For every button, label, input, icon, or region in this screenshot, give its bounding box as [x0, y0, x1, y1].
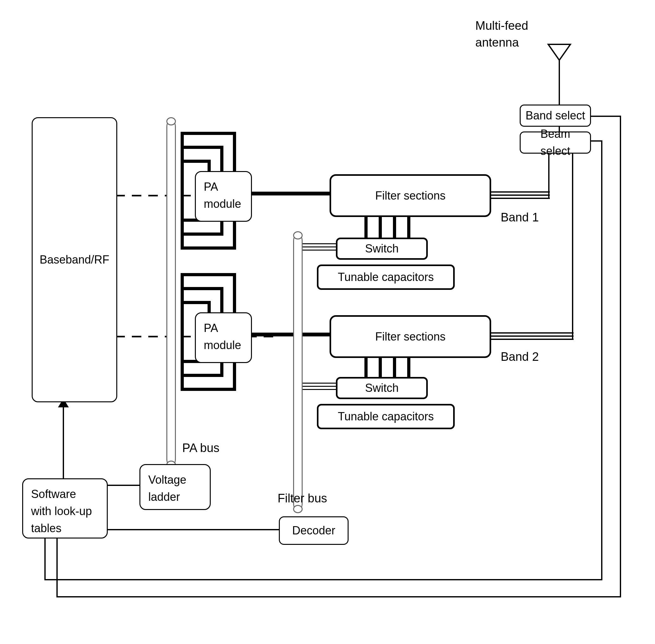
pa-to-filter-wire — [250, 332, 333, 337]
tunable-caps-1-label: Tunable capacitors — [338, 269, 434, 286]
filter-bus — [293, 234, 302, 510]
software-label: Software with look-up tables — [31, 486, 99, 537]
band2-line — [488, 336, 573, 337]
pa-wire — [220, 287, 223, 316]
tunable-caps-2-block: Tunable capacitors — [317, 404, 455, 429]
switch-2-block: Switch — [336, 377, 428, 399]
sw-decoder-line — [105, 529, 280, 530]
filter-sections-1-label: Filter sections — [375, 187, 446, 204]
switch-1-block: Switch — [336, 237, 428, 260]
pa-module-2-label: PA module — [204, 320, 243, 354]
multi-feed-antenna-label: Multi-feed antenna — [475, 18, 570, 51]
tunable-caps-1-block: Tunable capacitors — [317, 264, 455, 290]
antenna-line — [559, 71, 560, 106]
software-block: Software with look-up tables — [22, 478, 108, 538]
pa-module-1-label: PA module — [204, 178, 243, 212]
voltage-ladder-block: Voltage ladder — [139, 464, 211, 510]
filter-sections-1-block: Filter sections — [330, 174, 491, 217]
bus-stub — [299, 247, 336, 247]
pa-wire — [181, 232, 223, 236]
bus-stub — [299, 243, 336, 244]
pa-wire — [181, 287, 223, 290]
pa-wire — [181, 132, 236, 135]
diagram-canvas: Baseband/RF PA module PA module Filter s… — [0, 0, 655, 644]
pa-module-1-block: PA module — [195, 171, 252, 222]
band2-label: Band 2 — [501, 348, 539, 365]
beam-select-label: Beam select — [525, 125, 585, 160]
filter-drop — [407, 355, 410, 380]
ctrl-line — [601, 140, 603, 580]
band1-line — [488, 194, 550, 196]
ctrl-line — [620, 116, 621, 597]
pa-wire — [181, 146, 223, 149]
pa-wire — [181, 247, 236, 250]
pa-wire — [233, 132, 236, 173]
pa-wire — [181, 388, 236, 391]
band1-label: Band 1 — [501, 209, 539, 226]
switch-2-label: Switch — [365, 380, 399, 397]
pa-to-filter-wire — [250, 192, 333, 196]
baseband-rf-block: Baseband/RF — [32, 117, 117, 402]
pa-wire — [181, 160, 211, 163]
filter-drop — [393, 355, 396, 380]
decoder-block: Decoder — [279, 516, 348, 545]
ctrl-line — [44, 579, 602, 580]
ctrl-line — [57, 596, 621, 597]
bus-stub — [299, 250, 336, 251]
sw-to-baseband-line — [63, 402, 64, 478]
filter-drop — [393, 215, 396, 241]
pa-bus — [166, 120, 176, 466]
bus-stub — [299, 386, 336, 387]
pa-wire — [233, 361, 236, 391]
filter-sections-2-block: Filter sections — [330, 315, 491, 358]
filter-drop — [379, 355, 382, 380]
tunable-caps-2-label: Tunable capacitors — [338, 408, 434, 425]
filter-sections-2-label: Filter sections — [375, 328, 446, 345]
switch-1-label: Switch — [365, 240, 399, 257]
band-select-label: Band select — [525, 107, 585, 124]
bus-stub — [299, 383, 336, 384]
pa-wire — [181, 132, 184, 250]
band2-line — [572, 148, 573, 340]
bus-stub — [299, 389, 336, 390]
filter-drop — [379, 215, 382, 241]
band-select-block: Band select — [520, 105, 591, 127]
filter-bus-label: Filter bus — [277, 490, 327, 507]
beam-select-block: Beam select — [520, 132, 591, 154]
pa-wire — [233, 219, 236, 250]
baseband-rf-label: Baseband/RF — [40, 251, 109, 268]
pa-wire — [233, 273, 236, 314]
ctrl-line — [590, 116, 621, 117]
filter-drop — [364, 215, 367, 241]
band1-line — [488, 191, 550, 192]
pa-bus-label: PA bus — [182, 440, 220, 457]
ctrl-line — [57, 538, 58, 597]
pa-wire — [181, 273, 236, 276]
ctrl-line — [44, 538, 46, 580]
filter-drop — [407, 215, 410, 241]
pa-module-2-block: PA module — [195, 312, 252, 363]
sw-voltage-line — [105, 485, 139, 486]
pa-wire — [220, 146, 223, 174]
band2-line — [488, 332, 573, 334]
decoder-label: Decoder — [292, 522, 335, 539]
pa-wire — [181, 273, 184, 391]
band2-line — [488, 339, 573, 340]
pa-wire — [181, 301, 211, 304]
ctrl-line — [590, 140, 603, 142]
filter-drop — [364, 355, 367, 380]
voltage-ladder-label: Voltage ladder — [148, 472, 202, 506]
pa-wire — [181, 374, 223, 377]
band1-line — [488, 198, 550, 199]
